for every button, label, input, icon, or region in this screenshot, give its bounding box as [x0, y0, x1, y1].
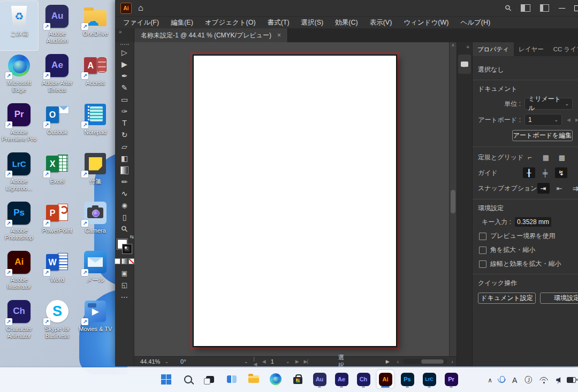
desktop-icon-mail[interactable]: ↗ メール — [77, 247, 115, 296]
show-guides-icon[interactable]: ╂ — [523, 167, 535, 178]
menu-view[interactable]: 表示(V) — [364, 18, 398, 27]
start-button[interactable] — [157, 370, 174, 388]
taskbar-premiere-button[interactable]: Pr — [443, 370, 460, 388]
eraser-tool[interactable]: ▱ — [115, 141, 134, 152]
horizontal-scrollbar[interactable] — [403, 359, 447, 364]
stroke-color-swatch[interactable] — [123, 244, 132, 253]
taskbar-lightroom-button[interactable]: LrC — [421, 370, 438, 388]
taskbar-audition-button[interactable]: Au — [311, 370, 328, 388]
menu-edit[interactable]: 編集(E) — [165, 18, 199, 27]
menu-effect[interactable]: 効果(C) — [329, 18, 363, 27]
microphone-icon[interactable] — [500, 376, 505, 382]
next-artboard-icon[interactable]: ▶ — [575, 117, 578, 122]
show-rulers-icon[interactable]: ⌐ — [523, 152, 536, 163]
swap-fill-stroke-icon[interactable]: ⇆ — [130, 234, 134, 240]
artboard-navigation-dropdown[interactable]: 1 ⌄ — [268, 358, 293, 365]
blend-tool[interactable]: ∿ — [115, 188, 134, 199]
app-logo-icon[interactable]: Ai — [120, 3, 132, 14]
desktop-icon-excel[interactable]: X ↗ Excel — [38, 149, 76, 198]
rotation-dropdown[interactable]: 0° ⌄ — [178, 358, 251, 365]
microsoft-store-button[interactable] — [289, 370, 306, 388]
menu-object[interactable]: オブジェクト(O) — [199, 18, 262, 27]
canvas-area[interactable]: ∧ — [134, 42, 457, 356]
taskbar-illustrator-button[interactable]: Ai — [377, 370, 394, 388]
taskbar-after-effects-button[interactable]: Ae — [333, 370, 350, 388]
previous-artboard-button[interactable]: ◀ — [262, 359, 265, 364]
wifi-icon[interactable] — [539, 377, 549, 383]
volume-icon[interactable]: ) — [556, 377, 559, 383]
desktop-icon-access[interactable]: A ↗ Access — [77, 50, 115, 99]
lock-guides-icon[interactable]: ╪ — [539, 167, 551, 178]
rectangle-tool[interactable]: ▭ — [115, 94, 134, 105]
edit-artboard-button[interactable]: アートボードを編集 — [512, 130, 573, 141]
desktop-icon-adobe-lightroom[interactable]: LrC ↗ Adobe Lightroo... — [0, 149, 38, 198]
artboard-tool[interactable]: ▯ — [115, 211, 134, 223]
taskbar-search-button[interactable] — [179, 370, 196, 388]
workspace-switcher-icon[interactable] — [540, 4, 549, 12]
desktop-icon-microsoft-edge[interactable]: ↗ Microsoft Edge — [0, 50, 38, 99]
close-tab-icon[interactable]: × — [277, 32, 281, 39]
battery-icon[interactable] — [567, 377, 576, 383]
checkbox[interactable] — [479, 247, 486, 254]
desktop-icon-recycle-bin[interactable]: ♻ ごみ箱 — [0, 1, 38, 50]
desktop-icon-sticky-notes[interactable]: ↗ 付箋 — [77, 149, 115, 198]
vertical-scrollbar-thumb[interactable] — [451, 190, 455, 213]
desktop-icon-adobe-premiere-pro[interactable]: Pr ↗ Adobe Premiere Pro — [0, 99, 38, 149]
checkbox[interactable] — [479, 260, 486, 268]
eyedropper-tool[interactable]: ✏ — [115, 176, 134, 188]
scroll-left-icon[interactable]: ‹ — [397, 358, 399, 365]
scroll-up-icon[interactable]: ∧ — [450, 43, 457, 48]
file-explorer-button[interactable] — [245, 370, 262, 388]
keyboard-increment-field[interactable]: 0.3528 mm — [515, 217, 551, 227]
unit-dropdown[interactable]: ミリメートル ⌄ — [524, 98, 573, 110]
show-transparency-grid-icon[interactable]: ▩ — [556, 152, 568, 163]
previous-artboard-icon[interactable]: ◀ — [567, 117, 571, 122]
preferences-button[interactable]: 環境設定 — [540, 293, 578, 304]
gradient-tool[interactable] — [115, 164, 134, 176]
edit-toolbar-icon[interactable]: ⋯ — [115, 291, 134, 303]
zoom-tool[interactable]: ⚲ — [115, 223, 134, 235]
direct-selection-tool[interactable]: ▶ — [115, 58, 134, 70]
none-button[interactable] — [128, 258, 134, 264]
curvature-tool[interactable]: ✎ — [115, 82, 134, 94]
tab-properties[interactable]: プロパティ — [473, 42, 514, 56]
tools-panel-grip[interactable] — [120, 44, 129, 45]
document-setup-button[interactable]: ドキュメント設定 — [478, 293, 536, 304]
selection-tool[interactable]: ▷ — [115, 47, 134, 58]
desktop-icon-adobe-after-effects[interactable]: Ae ↗ Adobe After Effects — [38, 50, 76, 99]
scroll-right-icon[interactable]: › — [451, 358, 453, 365]
menu-help[interactable]: ヘルプ(H) — [454, 18, 496, 27]
snap-to-grid-icon[interactable]: ⇤ — [553, 183, 566, 194]
desktop-icon-adobe-photoshop[interactable]: Ps ↗ Adobe Photoshop — [0, 198, 38, 247]
next-artboard-button[interactable]: ▶ — [295, 359, 299, 364]
tools-panel-expand-icon[interactable]: » — [115, 28, 134, 42]
desktop-icon-outlook[interactable]: O ↗ Outlook — [38, 99, 76, 149]
horizontal-scrollbar-thumb[interactable] — [421, 359, 444, 364]
show-grid-icon[interactable]: ▦ — [539, 152, 552, 163]
rotate-tool[interactable]: ↻ — [115, 129, 134, 141]
arrange-documents-icon[interactable] — [521, 4, 530, 12]
tab-layers[interactable]: レイヤー — [514, 42, 549, 56]
tab-cc-libraries[interactable]: CC ライブラリ — [549, 42, 578, 56]
artboard-dropdown[interactable]: 1 ⌄ — [524, 114, 562, 126]
ime-mode-indicator[interactable]: A — [512, 376, 517, 385]
desktop-icon-notepad[interactable]: ↗ Notepad — [77, 99, 115, 149]
menu-type[interactable]: 書式(T) — [262, 18, 295, 27]
checkbox[interactable] — [479, 233, 486, 240]
circled-j-icon[interactable]: Ⓙ — [524, 375, 532, 385]
minimize-button[interactable]: — — [559, 4, 565, 12]
first-artboard-button[interactable]: |◀ — [254, 356, 257, 367]
pen-tool[interactable]: ✒ — [115, 70, 134, 82]
status-panel-arrow-icon[interactable]: ▶ — [386, 359, 390, 364]
widgets-button[interactable] — [223, 370, 240, 388]
color-button[interactable] — [115, 258, 120, 264]
screen-mode-icon[interactable]: ◱ — [115, 279, 134, 291]
maximize-button[interactable] — [574, 5, 578, 11]
collapse-panels-icon[interactable]: « — [466, 44, 469, 50]
taskbar-character-animator-button[interactable]: Ch — [355, 370, 372, 388]
desktop-icon-adobe-audition[interactable]: Au ↗ Adobe Audition — [38, 1, 76, 50]
tray-overflow-chevron-icon[interactable]: ∧ — [488, 376, 492, 384]
desktop-icon-adobe-illustrator[interactable]: Ai ↗ Adobe Illustrator — [0, 247, 38, 296]
paintbrush-tool[interactable]: ✑ — [115, 105, 134, 117]
artboard[interactable] — [193, 55, 397, 347]
